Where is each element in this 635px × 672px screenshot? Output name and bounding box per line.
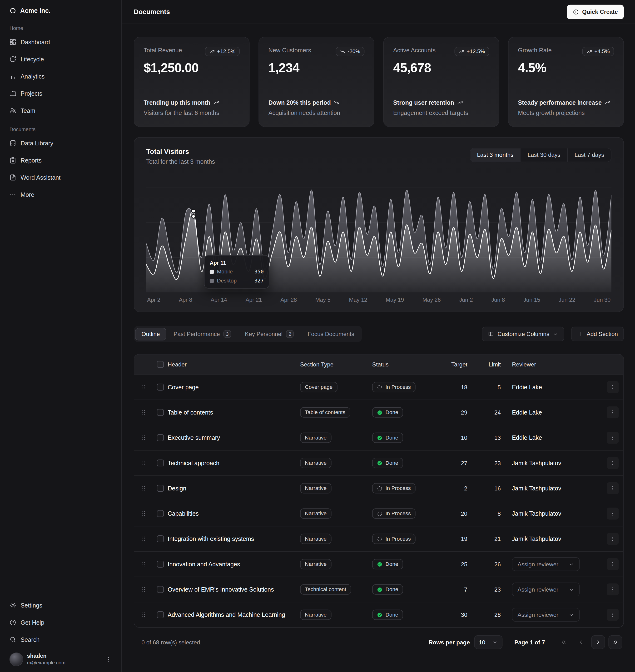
rows-per-page-select[interactable]: 10 bbox=[474, 635, 502, 649]
row-limit[interactable]: 13 bbox=[478, 434, 512, 441]
row-header[interactable]: Cover page bbox=[168, 384, 300, 390]
drag-handle[interactable] bbox=[134, 611, 153, 618]
row-header[interactable]: Integration with existing systems bbox=[168, 535, 300, 542]
row-header[interactable]: Advanced Algorithms and Machine Learning bbox=[168, 611, 300, 618]
reviewer-name: Jamik Tashpulatov bbox=[512, 485, 561, 492]
chart-plot[interactable]: Apr 11 Mobile 350 Desktop 327 Apr 2Apr 8… bbox=[146, 176, 611, 303]
customize-columns-button[interactable]: Customize Columns bbox=[482, 327, 565, 341]
row-checkbox[interactable] bbox=[157, 384, 164, 390]
assign-reviewer-select[interactable]: Assign reviewer bbox=[512, 583, 580, 596]
drag-handle[interactable] bbox=[134, 409, 153, 416]
row-checkbox[interactable] bbox=[157, 460, 164, 466]
quick-create-button[interactable]: Quick Create bbox=[567, 4, 624, 19]
drag-handle[interactable] bbox=[134, 535, 153, 542]
row-actions-button[interactable] bbox=[607, 508, 618, 519]
row-header[interactable]: Capabilities bbox=[168, 510, 300, 517]
row-target[interactable]: 30 bbox=[441, 611, 479, 618]
tab-past-performance[interactable]: Past Performance 3 bbox=[167, 327, 238, 341]
assign-reviewer-select[interactable]: Assign reviewer bbox=[512, 608, 580, 622]
drag-handle[interactable] bbox=[134, 586, 153, 593]
range-last-7-days[interactable]: Last 7 days bbox=[567, 148, 611, 162]
row-actions-button[interactable] bbox=[607, 381, 618, 393]
sidebar-item-dashboard[interactable]: Dashboard bbox=[6, 35, 115, 49]
assign-reviewer-select[interactable]: Assign reviewer bbox=[512, 557, 580, 571]
last-page-button[interactable] bbox=[608, 635, 622, 649]
row-limit[interactable]: 21 bbox=[478, 536, 512, 542]
row-target[interactable]: 2 bbox=[441, 485, 479, 491]
tab-outline[interactable]: Outline bbox=[135, 328, 166, 340]
row-target[interactable]: 25 bbox=[441, 561, 479, 567]
row-header[interactable]: Overview of EMR's Innovative Solutions bbox=[168, 586, 300, 593]
row-target[interactable]: 29 bbox=[441, 409, 479, 416]
row-header[interactable]: Executive summary bbox=[168, 434, 300, 441]
row-limit[interactable]: 16 bbox=[478, 485, 512, 491]
drag-handle[interactable] bbox=[134, 460, 153, 466]
row-checkbox[interactable] bbox=[157, 611, 164, 618]
first-page-button[interactable] bbox=[557, 635, 571, 649]
row-actions-button[interactable] bbox=[607, 558, 618, 570]
row-checkbox[interactable] bbox=[157, 561, 164, 567]
row-actions-button[interactable] bbox=[607, 609, 618, 621]
drag-handle[interactable] bbox=[134, 485, 153, 492]
row-target[interactable]: 20 bbox=[441, 510, 479, 517]
file-icon bbox=[9, 174, 17, 181]
drag-handle[interactable] bbox=[134, 434, 153, 441]
row-header[interactable]: Design bbox=[168, 485, 300, 492]
sidebar-item-data-library[interactable]: Data Library bbox=[6, 136, 115, 150]
sidebar-item-search[interactable]: Search bbox=[6, 632, 115, 647]
row-limit[interactable]: 23 bbox=[478, 460, 512, 466]
row-checkbox[interactable] bbox=[157, 434, 164, 441]
sidebar-item-get-help[interactable]: Get Help bbox=[6, 615, 115, 630]
workspace-switcher[interactable]: Acme Inc. bbox=[6, 4, 115, 17]
row-limit[interactable]: 5 bbox=[478, 384, 512, 390]
row-actions-button[interactable] bbox=[607, 583, 618, 596]
row-target[interactable]: 10 bbox=[441, 434, 479, 441]
search-icon bbox=[9, 636, 17, 643]
chevron-down-icon bbox=[553, 331, 558, 337]
sidebar-item-more[interactable]: More bbox=[6, 187, 115, 202]
previous-page-button[interactable] bbox=[574, 635, 588, 649]
row-actions-button[interactable] bbox=[607, 432, 618, 444]
tab-key-personnel[interactable]: Key Personnel 2 bbox=[239, 327, 300, 341]
drag-handle[interactable] bbox=[134, 384, 153, 390]
row-actions-button[interactable] bbox=[607, 406, 618, 418]
drag-handle[interactable] bbox=[134, 561, 153, 567]
row-limit[interactable]: 26 bbox=[478, 561, 512, 567]
row-limit[interactable]: 8 bbox=[478, 510, 512, 517]
add-section-button[interactable]: Add Section bbox=[571, 327, 624, 341]
row-header[interactable]: Technical approach bbox=[168, 460, 300, 466]
range-last-30-days[interactable]: Last 30 days bbox=[520, 148, 567, 162]
row-limit[interactable]: 24 bbox=[478, 409, 512, 416]
select-all-checkbox[interactable] bbox=[157, 361, 164, 368]
drag-icon bbox=[140, 384, 147, 390]
row-target[interactable]: 18 bbox=[441, 384, 479, 390]
sidebar-item-settings[interactable]: Settings bbox=[6, 598, 115, 612]
row-actions-button[interactable] bbox=[607, 457, 618, 469]
row-actions-button[interactable] bbox=[607, 483, 618, 494]
row-actions-button[interactable] bbox=[607, 533, 618, 545]
row-checkbox[interactable] bbox=[157, 409, 164, 416]
user-menu[interactable]: shadcn m@example.com bbox=[6, 649, 115, 667]
sidebar-item-word-assistant[interactable]: Word Assistant bbox=[6, 170, 115, 185]
sidebar-item-analytics[interactable]: Analytics bbox=[6, 69, 115, 84]
sidebar-item-team[interactable]: Team bbox=[6, 103, 115, 118]
user-menu-ellipsis-icon[interactable] bbox=[105, 656, 112, 663]
row-target[interactable]: 19 bbox=[441, 536, 479, 542]
row-header[interactable]: Innovation and Advantages bbox=[168, 561, 300, 567]
range-last-3-months[interactable]: Last 3 months bbox=[470, 148, 520, 162]
sidebar-item-lifecycle[interactable]: Lifecycle bbox=[6, 52, 115, 66]
tab-focus-documents[interactable]: Focus Documents bbox=[301, 328, 360, 340]
row-checkbox[interactable] bbox=[157, 510, 164, 517]
row-limit[interactable]: 23 bbox=[478, 586, 512, 593]
sidebar-item-projects[interactable]: Projects bbox=[6, 86, 115, 100]
row-target[interactable]: 7 bbox=[441, 586, 479, 593]
row-header[interactable]: Table of contents bbox=[168, 409, 300, 416]
next-page-button[interactable] bbox=[591, 635, 605, 649]
sidebar-item-reports[interactable]: Reports bbox=[6, 153, 115, 167]
row-limit[interactable]: 28 bbox=[478, 611, 512, 618]
row-checkbox[interactable] bbox=[157, 485, 164, 492]
drag-handle[interactable] bbox=[134, 510, 153, 517]
row-checkbox[interactable] bbox=[157, 586, 164, 593]
row-checkbox[interactable] bbox=[157, 535, 164, 542]
row-target[interactable]: 27 bbox=[441, 460, 479, 466]
